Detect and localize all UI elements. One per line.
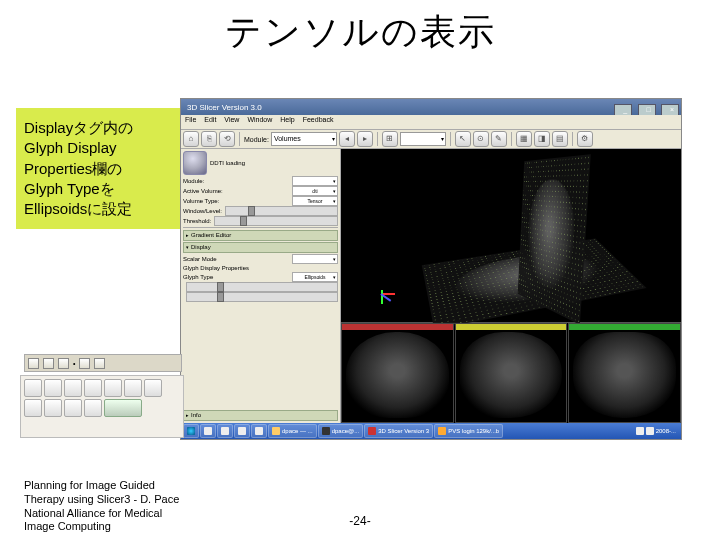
palette-icon[interactable]	[24, 379, 42, 397]
toolbar-button[interactable]: ◨	[534, 131, 550, 147]
panel-row	[183, 292, 338, 301]
red-slice[interactable]	[341, 323, 454, 423]
taskbar-item[interactable]: dpace@...	[318, 424, 363, 438]
toolbar-separator	[239, 132, 240, 146]
menu-item-help[interactable]: Help	[280, 116, 294, 128]
toolbar-button[interactable]: ⚙	[577, 131, 593, 147]
row-dropdown[interactable]	[292, 254, 338, 264]
menu-item-view[interactable]: View	[224, 116, 239, 128]
slider[interactable]	[186, 292, 338, 302]
panel-row: Volume Type: Tensor	[183, 196, 338, 205]
tray-icon[interactable]	[636, 427, 644, 435]
toolbar-button[interactable]: ⌂	[183, 131, 199, 147]
app-icon	[238, 427, 246, 435]
palette-icon[interactable]	[24, 399, 42, 417]
3d-view[interactable]	[341, 149, 681, 323]
fedora-icon	[187, 427, 195, 435]
toolbar-button[interactable]: ▸	[357, 131, 373, 147]
history-icon[interactable]	[58, 358, 69, 369]
history-icon[interactable]	[79, 358, 90, 369]
palette-icon[interactable]	[84, 379, 102, 397]
app-icon	[204, 427, 212, 435]
row-dropdown[interactable]: Tensor	[292, 196, 338, 206]
palette-icon[interactable]	[144, 379, 162, 397]
taskbar-item[interactable]	[234, 424, 250, 438]
palette-icon[interactable]	[84, 399, 102, 417]
panel-row: Active Volume: dti	[183, 186, 338, 195]
palette-icon[interactable]	[64, 399, 82, 417]
glyph-props-label: Glyph Display Properties	[183, 265, 338, 271]
toolbar-separator	[572, 132, 573, 146]
window-title: 3D Slicer Version 3.0	[183, 103, 262, 112]
wl-slider[interactable]	[225, 206, 338, 216]
taskbar-item[interactable]	[200, 424, 216, 438]
panel-row: Window/Level:	[183, 206, 338, 215]
toolbar: ⌂ ⎘ ⟲ Module: Volumes ◂ ▸ ⊞ ↖ ⊙ ✎ ▦ ◨ ▤ …	[181, 130, 681, 149]
row-dropdown[interactable]: dti	[292, 186, 338, 196]
history-sep: •	[73, 360, 75, 367]
slice-views	[341, 323, 681, 423]
window-buttons: _ □ ×	[613, 98, 679, 116]
yellow-slice[interactable]	[455, 323, 568, 423]
panel-row: Module:	[183, 176, 338, 185]
taskbar-item[interactable]	[217, 424, 233, 438]
panel-header: DDTI loading	[183, 151, 338, 175]
menu-item-feedback[interactable]: Feedback	[303, 116, 334, 128]
toolbar-separator	[450, 132, 451, 146]
instruction-callout: Displayタグ内の Glyph Display Properties欄の G…	[16, 108, 192, 229]
section-gradient[interactable]: Gradient Editor	[183, 230, 338, 241]
callout-line: Displayタグ内の	[24, 118, 184, 138]
toolbar-button[interactable]: ⟲	[219, 131, 235, 147]
menu-item-edit[interactable]: Edit	[204, 116, 216, 128]
palette-icon[interactable]	[44, 379, 62, 397]
taskbar-item[interactable]: 3D Slicer Version 3	[364, 424, 433, 438]
toolbar-button[interactable]: ◂	[339, 131, 355, 147]
slicer-icon	[368, 427, 376, 435]
terminal-icon	[322, 427, 330, 435]
taskbar-item[interactable]: dpace — ...	[268, 424, 317, 438]
toolbar-separator	[511, 132, 512, 146]
section-info[interactable]: Info	[183, 410, 338, 421]
row-dropdown[interactable]	[292, 176, 338, 186]
taskbar: dpace — ... dpace@... 3D Slicer Version …	[181, 423, 681, 439]
panel-title: DDTI loading	[210, 160, 245, 166]
palette-icon[interactable]	[124, 379, 142, 397]
row-label: Threshold:	[183, 218, 211, 224]
callout-line: Glyph Display	[24, 138, 184, 158]
app-icon	[255, 427, 263, 435]
layout-select[interactable]	[400, 132, 446, 146]
threshold-slider[interactable]	[214, 216, 338, 226]
start-button[interactable]	[183, 424, 199, 438]
palette-icon[interactable]	[104, 379, 122, 397]
green-slice[interactable]	[568, 323, 681, 423]
module-history-bar: •	[24, 354, 182, 372]
toolbar-button[interactable]: ⎘	[201, 131, 217, 147]
history-icon[interactable]	[28, 358, 39, 369]
toolbar-button[interactable]: ▦	[516, 131, 532, 147]
workspace: DDTI loading Module: Active Volume: dti …	[181, 149, 681, 423]
tray-icon[interactable]	[646, 427, 654, 435]
palette-icon[interactable]	[44, 399, 62, 417]
slider[interactable]	[186, 282, 338, 292]
palette-icon[interactable]	[64, 379, 82, 397]
menu-item-file[interactable]: File	[185, 116, 196, 128]
window-titlebar: 3D Slicer Version 3.0 _ □ ×	[181, 99, 681, 115]
cursor-icon[interactable]: ↖	[455, 131, 471, 147]
history-icon[interactable]	[94, 358, 105, 369]
glyph-type-dropdown[interactable]: Ellipsoids	[292, 272, 338, 282]
toolbar-button[interactable]: ⊞	[382, 131, 398, 147]
toolbar-button[interactable]: ✎	[491, 131, 507, 147]
history-icon[interactable]	[43, 358, 54, 369]
section-display[interactable]: Display	[183, 242, 338, 253]
menu-item-window[interactable]: Window	[247, 116, 272, 128]
toolbar-button[interactable]: ⊙	[473, 131, 489, 147]
toolbar-button[interactable]: ▤	[552, 131, 568, 147]
module-select[interactable]: Volumes	[271, 132, 337, 146]
palette-wide[interactable]	[104, 399, 142, 417]
taskbar-item[interactable]: PVS login 129k/...b	[434, 424, 503, 438]
row-label: Volume Type:	[183, 198, 219, 204]
footer-line: Planning for Image Guided	[24, 479, 244, 493]
taskbar-item[interactable]	[251, 424, 267, 438]
app-icon	[221, 427, 229, 435]
axis-widget	[381, 282, 403, 304]
